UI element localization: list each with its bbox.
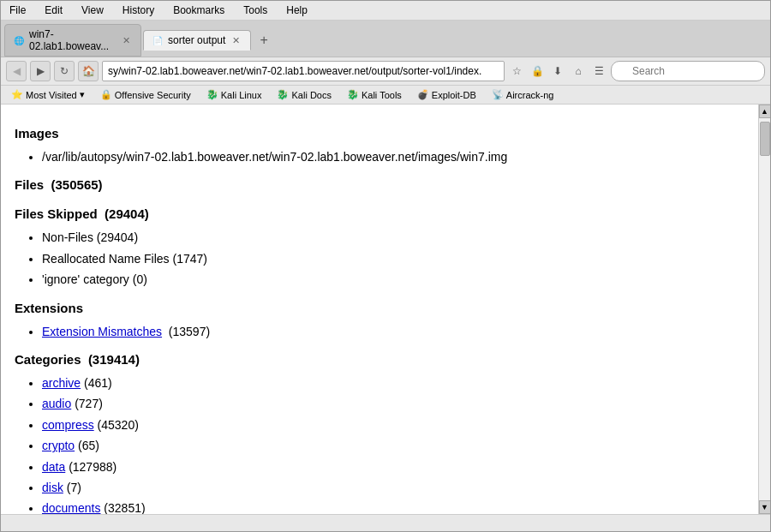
tab-2-close[interactable]: ✕ [230,35,242,46]
nav-icons: ☆ 🔒 ⬇ ⌂ ☰ [508,63,607,80]
extension-mismatches-link[interactable]: Extension Mismatches [42,325,162,338]
bookmark-most-visited[interactable]: ⭐ Most Visited ▾ [6,87,90,102]
category-link-compress[interactable]: compress [42,418,94,432]
browser-window: File Edit View History Bookmarks Tools H… [0,0,771,532]
category-item-0: archive (461) [42,374,744,392]
bookmark-exploit-db[interactable]: 💣 Exploit-DB [412,87,481,102]
scrollbar[interactable]: ▲ ▼ [758,105,770,514]
bookmark-kali-docs[interactable]: 🐉 Kali Docs [272,87,336,102]
forward-button[interactable]: ▶ [30,61,51,81]
image-item-1: /var/lib/autopsy/win7-02.lab1.boweaver.n… [42,147,744,166]
menu-icon[interactable]: ☰ [590,63,607,80]
home-button[interactable]: 🏠 [78,61,99,81]
tab-2-label: sorter output [168,34,225,46]
menu-help[interactable]: Help [281,3,313,18]
files-skipped-item-1: Non-Files (29404) [42,228,744,247]
category-item-4: data (127988) [42,457,744,476]
scrollbar-track[interactable] [759,118,771,500]
lock-icon[interactable]: 🔒 [529,63,546,80]
kali-linux-icon: 🐉 [206,89,218,100]
extension-mismatches-item: Extension Mismatches (13597) [42,322,744,341]
tab-bar: 🌐 win7-02.lab1.boweav... ✕ 📄 sorter outp… [1,21,770,57]
bookmark-most-visited-label: Most Visited [26,90,77,100]
most-visited-arrow: ▾ [80,89,85,100]
tab-1[interactable]: 🌐 win7-02.lab1.boweav... ✕ [4,24,141,57]
files-skipped-item-3: 'ignore' category (0) [42,270,744,289]
new-tab-button[interactable]: + [253,31,274,50]
category-item-1: audio (727) [42,394,744,413]
files-title: Files (350565) [15,175,744,195]
categories-title-text: Categories [15,352,81,367]
category-item-5: disk (7) [42,478,744,497]
search-wrapper: 🔍 [611,61,765,81]
bookmark-kali-linux-label: Kali Linux [221,90,262,100]
scrollbar-thumb[interactable] [760,122,770,156]
files-skipped-list: Non-Files (29404) Reallocated Name Files… [42,228,744,289]
bookmark-kali-linux[interactable]: 🐉 Kali Linux [201,87,267,102]
menu-view[interactable]: View [76,3,109,18]
aircrack-icon: 📡 [492,89,504,100]
status-bar [1,514,770,531]
bookmark-kali-docs-label: Kali Docs [291,90,331,100]
content-wrapper: Images /var/lib/autopsy/win7-02.lab1.bow… [1,105,770,514]
bookmark-offensive-security-label: Offensive Security [115,90,191,100]
reload-button[interactable]: ↻ [54,61,75,81]
bookmarks-bar: ⭐ Most Visited ▾ 🔒 Offensive Security 🐉 … [1,86,770,105]
bookmark-kali-tools[interactable]: 🐉 Kali Tools [342,87,407,102]
files-skipped-count: (29404) [105,206,149,221]
files-skipped-item-2: Reallocated Name Files (1747) [42,249,744,268]
download-icon[interactable]: ⬇ [549,63,566,80]
bookmark-aircrack[interactable]: 📡 Aircrack-ng [487,87,559,102]
categories-count: (319414) [88,352,140,367]
bookmark-kali-tools-label: Kali Tools [362,90,402,100]
images-list: /var/lib/autopsy/win7-02.lab1.boweaver.n… [42,147,744,166]
address-bar[interactable] [102,61,505,81]
menu-bookmarks[interactable]: Bookmarks [168,3,230,18]
files-skipped-title: Files Skipped (29404) [15,204,744,224]
exploit-db-icon: 💣 [417,89,429,100]
bookmark-star-icon[interactable]: ☆ [508,63,525,80]
page-content: Images /var/lib/autopsy/win7-02.lab1.bow… [1,105,758,514]
menu-bar: File Edit View History Bookmarks Tools H… [1,1,770,21]
tab-1-close[interactable]: ✕ [121,35,132,46]
menu-file[interactable]: File [4,3,31,18]
files-skipped-title-text: Files Skipped [15,206,98,221]
menu-edit[interactable]: Edit [39,3,68,18]
home-nav-icon[interactable]: ⌂ [570,63,587,80]
tab-1-favicon: 🌐 [14,36,24,45]
tab-2-favicon: 📄 [152,36,163,45]
extension-mismatches-count: (13597) [169,325,210,338]
nav-bar: ◀ ▶ ↻ 🏠 ☆ 🔒 ⬇ ⌂ ☰ 🔍 [1,57,770,86]
tab-1-label: win7-02.lab1.boweav... [29,28,116,52]
offensive-security-icon: 🔒 [100,89,112,100]
images-title: Images [15,123,744,144]
most-visited-icon: ⭐ [11,89,23,100]
category-link-data[interactable]: data [42,460,65,474]
categories-list: archive (461)audio (727)compress (45320)… [42,374,744,514]
category-item-3: crypto (65) [42,436,744,455]
category-link-disk[interactable]: disk [42,481,63,494]
bookmark-exploit-db-label: Exploit-DB [432,90,476,100]
search-input[interactable] [611,61,765,81]
back-button[interactable]: ◀ [6,61,27,81]
kali-docs-icon: 🐉 [277,89,289,100]
category-link-documents[interactable]: documents [42,501,100,514]
category-link-archive[interactable]: archive [42,376,81,390]
files-count: (350565) [51,177,103,192]
menu-tools[interactable]: Tools [238,3,272,18]
categories-title: Categories (319414) [15,350,744,370]
menu-history[interactable]: History [117,3,159,18]
category-item-6: documents (32851) [42,499,744,514]
tab-2[interactable]: 📄 sorter output ✕ [143,30,251,51]
bookmark-aircrack-label: Aircrack-ng [506,90,554,100]
category-link-audio[interactable]: audio [42,397,71,410]
category-item-2: compress (45320) [42,415,744,434]
category-link-crypto[interactable]: crypto [42,439,75,452]
bookmark-offensive-security[interactable]: 🔒 Offensive Security [95,87,196,102]
scrollbar-up-button[interactable]: ▲ [759,105,771,118]
kali-tools-icon: 🐉 [347,89,359,100]
files-title-text: Files [15,177,44,192]
scrollbar-down-button[interactable]: ▼ [759,500,771,514]
extensions-title: Extensions [15,298,744,319]
extensions-list: Extension Mismatches (13597) [42,322,744,341]
